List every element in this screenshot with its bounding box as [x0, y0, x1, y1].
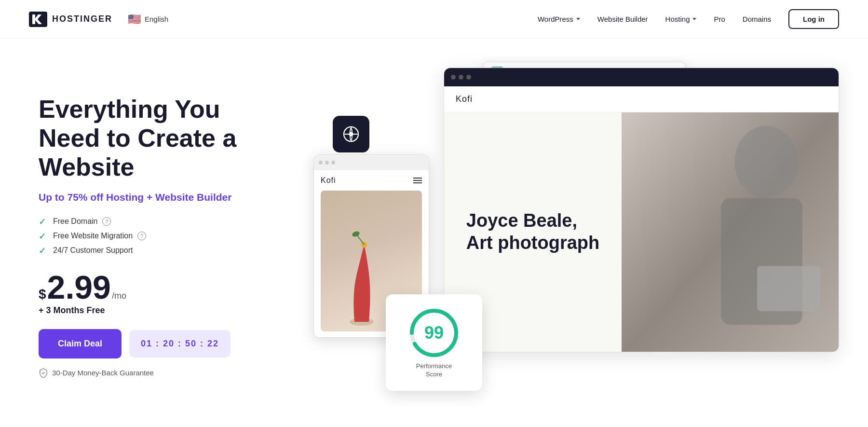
subtitle-prefix: Up to [39, 192, 67, 203]
logo[interactable]: HOSTINGER [29, 12, 112, 27]
flag-icon: 🇺🇸 [128, 13, 141, 26]
price-bonus: + 3 Months Free [39, 305, 270, 316]
claim-deal-button[interactable]: Claim Deal [39, 329, 122, 358]
svg-line-13 [357, 235, 364, 245]
browser-content: Kofi Joyce Beale, Art photograph [444, 86, 839, 352]
feature-migration: ✓ Free Website Migration ? [39, 231, 270, 241]
browser-dot [451, 75, 456, 80]
browser-dot [459, 75, 463, 80]
info-icon-migration[interactable]: ? [137, 232, 146, 240]
logo-icon [29, 12, 47, 27]
language-selector[interactable]: 🇺🇸 English [124, 11, 172, 28]
browser-dot [466, 75, 471, 80]
mobile-header: Kofi [321, 176, 422, 185]
price-amount: 2.99 [47, 271, 111, 303]
photographer-name: Joyce Beale, [466, 210, 600, 232]
guarantee-text: 30-Day Money-Back Guarantee [52, 369, 154, 377]
svg-rect-0 [29, 12, 47, 27]
nav-wordpress[interactable]: WordPress [538, 15, 580, 23]
hero-right: 🔒 .com Kofi [289, 58, 839, 415]
browser-bar [444, 68, 839, 86]
chevron-down-icon [692, 18, 696, 20]
feature-domain: ✓ Free Domain ? [39, 217, 270, 226]
navbar: HOSTINGER 🇺🇸 English WordPress Website B… [0, 0, 868, 39]
site-name-header: Kofi [444, 86, 839, 112]
hero-left: Everything You Need to Create a Website … [39, 95, 289, 377]
check-icon: ✓ [39, 246, 48, 255]
guarantee-badge: 30-Day Money-Back Guarantee [39, 368, 270, 378]
subtitle-suffix: Hosting + Website Builder [103, 192, 231, 203]
feature-domain-label: Free Domain [53, 217, 97, 226]
chevron-down-icon [576, 18, 580, 20]
browser-large: Kofi Joyce Beale, Art photograph [444, 68, 839, 352]
nav-hosting[interactable]: Hosting [665, 15, 697, 23]
feature-support-label: 24/7 Customer Support [53, 246, 133, 255]
language-label: English [145, 15, 168, 23]
price-per: /mo [112, 291, 126, 301]
wordpress-icon [333, 116, 369, 152]
nav-domains[interactable]: Domains [743, 15, 771, 23]
brand-name: HOSTINGER [52, 14, 112, 24]
main-content: Everything You Need to Create a Website … [0, 39, 868, 427]
feature-support: ✓ 24/7 Customer Support [39, 246, 270, 255]
mobile-dot [319, 161, 323, 165]
svg-point-2 [349, 132, 353, 137]
hamburger-menu[interactable] [413, 178, 422, 183]
nav-links: WordPress Website Builder Hosting Pro Do… [538, 9, 839, 29]
countdown-timer: 01 : 20 : 50 : 22 [129, 330, 231, 358]
site-name: Kofi [456, 94, 473, 104]
cta-row: Claim Deal 01 : 20 : 50 : 22 [39, 329, 270, 358]
site-heading: Joyce Beale, Art photograph [466, 210, 600, 254]
feature-migration-label: Free Website Migration [53, 232, 133, 240]
check-icon: ✓ [39, 231, 48, 241]
performance-score: 99 [424, 323, 444, 343]
hero-title: Everything You Need to Create a Website [39, 95, 270, 181]
nav-website-builder[interactable]: Website Builder [597, 15, 648, 23]
hero-subtitle: Up to 75% off Hosting + Website Builder [39, 192, 270, 203]
subtitle-highlight: 75% off [67, 192, 103, 203]
site-hero: Joyce Beale, Art photograph [444, 112, 839, 352]
info-icon-domain[interactable]: ? [102, 217, 111, 226]
mobile-bar [314, 155, 429, 170]
performance-label: Performance Score [416, 362, 452, 379]
mobile-dot [325, 161, 329, 165]
login-button[interactable]: Log in [788, 9, 839, 29]
feature-list: ✓ Free Domain ? ✓ Free Website Migration… [39, 217, 270, 255]
mobile-dot [331, 161, 335, 165]
nav-pro[interactable]: Pro [714, 15, 725, 23]
svg-point-14 [352, 231, 360, 238]
price-dollar: $ [39, 287, 46, 302]
performance-card: 99 Performance Score [386, 294, 482, 391]
svg-rect-10 [757, 266, 820, 311]
photographer-role: Art photograph [466, 232, 600, 254]
pricing-section: $ 2.99 /mo + 3 Months Free [39, 271, 270, 316]
site-photo [622, 112, 839, 352]
shield-icon [39, 368, 48, 378]
svg-point-8 [734, 126, 798, 198]
mobile-site-name: Kofi [321, 176, 336, 185]
check-icon: ✓ [39, 217, 48, 226]
performance-circle: 99 [407, 306, 461, 359]
